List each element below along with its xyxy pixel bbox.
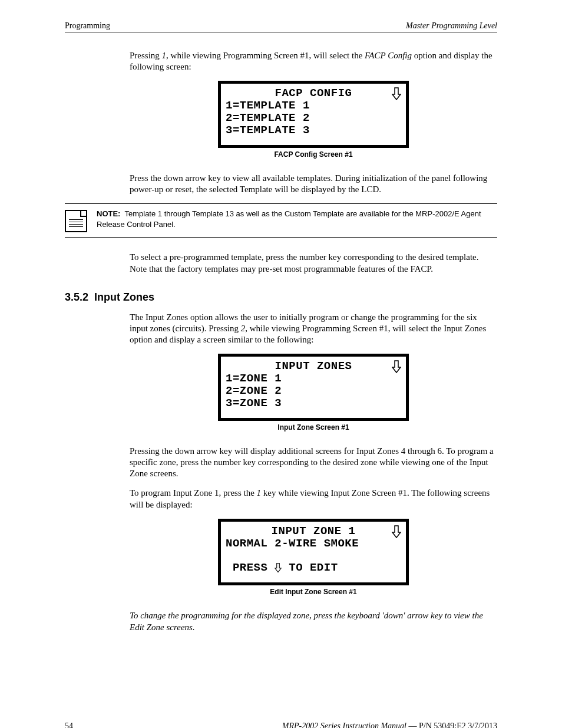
lcd-line: NORMAL 2-WIRE SMOKE <box>226 538 401 550</box>
zones-intro-paragraph: The Input Zones option allows the user t… <box>130 312 497 346</box>
lcd-line: 1=ZONE 1 <box>226 373 401 385</box>
paragraph: Press the down arrow key to view all ava… <box>130 173 497 195</box>
paragraph: Pressing the down arrow key will display… <box>130 446 497 480</box>
intro-paragraph: Pressing 1, while viewing Programming Sc… <box>130 50 497 73</box>
lcd-blank-line <box>226 550 401 562</box>
down-arrow-icon <box>275 562 282 573</box>
page-footer: 54 MRP-2002 Series Instruction Manual — … <box>65 722 497 728</box>
down-arrow-icon <box>392 87 401 100</box>
footer-right: MRP-2002 Series Instruction Manual — P/N… <box>282 722 497 728</box>
main-content: Pressing 1, while viewing Programming Sc… <box>130 50 497 633</box>
lcd-edit-input-zone: INPUT ZONE 1 NORMAL 2-WIRE SMOKE PRESS T… <box>218 519 409 586</box>
lcd-facp-config: FACP CONFIG 1=TEMPLATE 1 2=TEMPLATE 2 3=… <box>218 81 409 148</box>
header-right: Master Programming Level <box>406 21 497 31</box>
lcd-input-zones: INPUT ZONES 1=ZONE 1 2=ZONE 2 3=ZONE 3 <box>218 354 409 421</box>
down-arrow-icon <box>392 525 401 538</box>
lcd-line: 1=TEMPLATE 1 <box>226 100 401 112</box>
paragraph: To select a pre-programmed template, pre… <box>130 252 497 274</box>
section-heading: 3.5.2 Input Zones <box>65 291 497 304</box>
closing-paragraph: To change the programming for the displa… <box>130 610 497 633</box>
page-number: 54 <box>65 722 73 728</box>
lcd-title: INPUT ZONES <box>226 360 401 373</box>
note-block: NOTE: Template 1 through Template 13 as … <box>65 203 497 238</box>
lcd-title: FACP CONFIG <box>226 87 401 100</box>
lcd-caption: Input Zone Screen #1 <box>130 423 497 431</box>
page-header: Programming Master Programming Level <box>65 21 497 32</box>
lcd-caption: FACP Config Screen #1 <box>130 150 497 159</box>
note-icon <box>65 210 87 232</box>
lcd-line: 3=TEMPLATE 3 <box>226 124 401 137</box>
lcd-line: 2=ZONE 2 <box>226 385 401 397</box>
zone1-intro-paragraph: To program Input Zone 1, press the 1 key… <box>130 487 497 510</box>
lcd-caption: Edit Input Zone Screen #1 <box>130 588 497 596</box>
down-arrow-icon <box>392 360 401 373</box>
note-text: NOTE: Template 1 through Template 13 as … <box>97 209 497 229</box>
lcd-line: 3=ZONE 3 <box>226 397 401 410</box>
lcd-line: 2=TEMPLATE 2 <box>226 112 401 124</box>
lcd-line: PRESS TO EDIT <box>226 562 401 574</box>
lcd-title: INPUT ZONE 1 <box>226 525 401 538</box>
header-left: Programming <box>65 21 110 31</box>
